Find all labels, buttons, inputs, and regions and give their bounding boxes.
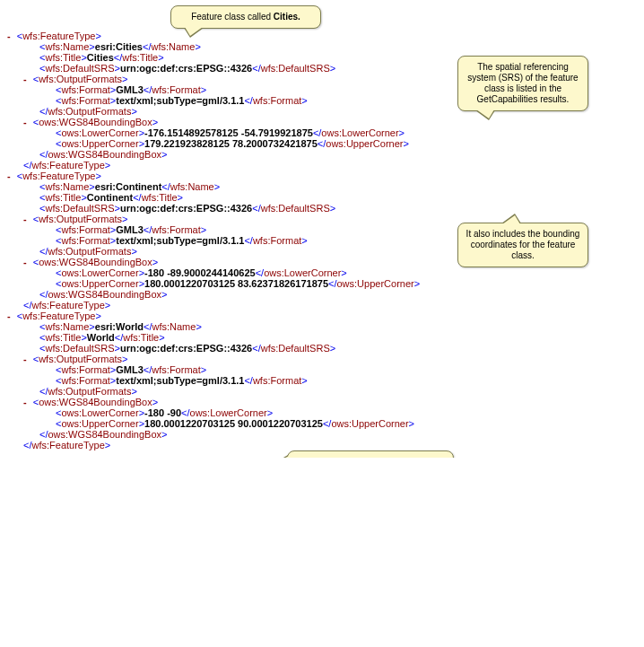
upper-line: <ows:UpperCorner>180.0001220703125 83.62… [56,278,644,289]
featuretype-open[interactable]: - <wfs:FeatureType> [7,31,644,41]
callout-bbox: It also includes the bounding coordinate… [457,223,588,267]
name-line: <wfs:Name>esri:Cities</wfs:Name> [39,41,644,52]
callout-world: A feature class called World and all of … [287,450,454,458]
srs-line: <wfs:DefaultSRS>urn:ogc:def:crs:EPSG::43… [39,343,644,354]
bbox-close: </ows:WGS84BoundingBox> [39,289,644,300]
lower-line: <ows:LowerCorner>-176.1514892578125 -54.… [56,127,644,138]
bbox-open[interactable]: - <ows:WGS84BoundingBox> [23,117,644,127]
callout-text: It also includes the bounding coordinate… [466,229,580,260]
callout-text: A feature class called [300,457,387,458]
featuretype-close: </wfs:FeatureType> [23,300,644,310]
bbox-open[interactable]: - <ows:WGS84BoundingBox> [23,397,644,407]
name-line: <wfs:Name>esri:Continent</wfs:Name> [39,181,644,192]
upper-line: <ows:UpperCorner>179.221923828125 78.200… [56,138,644,149]
bbox-close: </ows:WGS84BoundingBox> [39,149,644,160]
title-line: <wfs:Title>Continent</wfs:Title> [39,192,644,203]
featuretype-close: </wfs:FeatureType> [23,440,644,450]
featuretype-open[interactable]: - <wfs:FeatureType> [7,310,644,321]
format-line: <wfs:Format>GML3</wfs:Format> [56,364,644,375]
featuretype-close: </wfs:FeatureType> [23,160,644,170]
callout-bold: World [387,457,412,458]
lower-line: <ows:LowerCorner>-180 -90</ows:LowerCorn… [56,407,644,418]
featuretype-open[interactable]: - <wfs:FeatureType> [7,170,644,181]
callout-text: The spatial referencing system (SRS) of … [467,62,578,104]
title-line: <wfs:Title>World</wfs:Title> [39,332,644,343]
callout-bold: Cities. [274,12,300,22]
outputformats-close: </wfs:OutputFormats> [39,386,644,397]
lower-line: <ows:LowerCorner>-180 -89.9000244140625<… [56,267,644,278]
outputformats-open[interactable]: - <wfs:OutputFormats> [23,354,644,364]
callout-text: Feature class called [191,12,274,22]
callout-srs: The spatial referencing system (SRS) of … [457,56,588,111]
srs-line: <wfs:DefaultSRS>urn:ogc:def:crs:EPSG::43… [39,203,644,214]
bbox-close: </ows:WGS84BoundingBox> [39,429,644,440]
format-line: <wfs:Format>text/xml;subType=gml/3.1.1</… [56,375,644,386]
callout-cities: Feature class called Cities. [170,5,321,29]
upper-line: <ows:UpperCorner>180.0001220703125 90.00… [56,418,644,429]
name-line: <wfs:Name>esri:World</wfs:Name> [39,321,644,332]
